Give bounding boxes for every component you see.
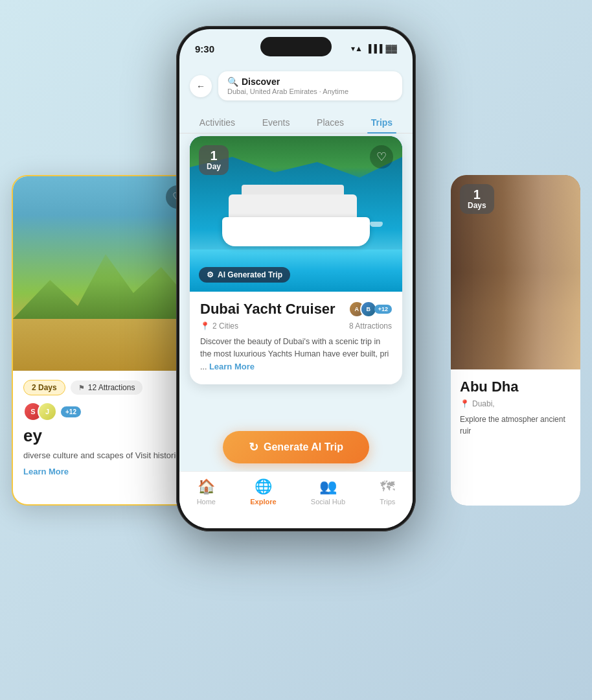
search-label: 🔍 Discover	[227, 76, 393, 87]
status-time: 9:30	[195, 43, 214, 54]
card-left: ♡ y Experts K M A 2 Days 12 Attractions …	[12, 175, 199, 506]
card-right: 1 Days Abu Dha 📍 Duabi, Explore the atmo…	[451, 175, 580, 506]
card-left-attractions-tag: 12 Attractions	[71, 380, 143, 395]
search-box[interactable]: 🔍 Discover Dubai, United Arab Emirates ·…	[218, 71, 402, 100]
tab-places[interactable]: Places	[313, 112, 348, 133]
card-left-title: ey	[23, 426, 188, 445]
explore-icon: 🌐	[255, 478, 272, 495]
phone-card-description: Discover the beauty of Dubai's with a sc…	[200, 336, 392, 373]
tab-trips[interactable]: Trips	[367, 112, 396, 133]
phone-frame: 9:30 ▾▲ ▐▐▐ ▓▓ ← 🔍 Discover Dubai, Unite…	[176, 26, 416, 531]
card-right-day-label: Days	[468, 201, 486, 210]
meta-attractions: 8 Attractions	[349, 321, 392, 331]
day-badge: 1 Day	[199, 145, 229, 175]
day-label: Day	[207, 162, 221, 171]
dynamic-island	[260, 37, 332, 56]
phone-learn-more[interactable]: Learn More	[209, 362, 255, 371]
ai-icon: ⚙	[207, 270, 214, 279]
card-left-learn-more[interactable]: Learn More	[23, 467, 69, 476]
card-right-body: Abu Dha 📍 Duabi, Explore the atmospher a…	[451, 369, 580, 446]
card-left-experts-label: y Experts	[22, 347, 62, 358]
search-area: ← 🔍 Discover Dubai, United Arab Emirates…	[179, 65, 413, 107]
tab-activities[interactable]: Activities	[196, 112, 239, 133]
nav-tabs: Activities Events Places Trips	[179, 112, 413, 134]
card-left-avatar-row: S J +12	[23, 402, 188, 421]
card-right-description: Explore the atmospher ancient ruir	[460, 414, 571, 437]
search-icon: 🔍	[227, 76, 238, 87]
generate-ai-trip-button[interactable]: ↻ Generate AI Trip	[223, 431, 369, 463]
card-left-image: ♡ y Experts K M A	[13, 176, 198, 371]
card-right-location-icon: 📍	[460, 399, 470, 408]
boat-body	[222, 217, 370, 246]
card-left-experts-row: y Experts K M A	[22, 344, 109, 362]
bottom-avatar-2: J	[38, 402, 57, 421]
boat-upper	[229, 194, 357, 220]
trips-icon: 🗺	[380, 478, 394, 495]
phone-card-image: 1 Day ♡ ⚙ AI Generated Trip	[190, 136, 402, 292]
card-left-plus-badge: +12	[61, 406, 81, 417]
social-icon: 👥	[319, 478, 337, 495]
tab-events[interactable]: Events	[258, 112, 294, 133]
card-right-meta: 📍 Duabi,	[460, 399, 571, 408]
search-subtitle: Dubai, United Arab Emirates · Anytime	[227, 88, 393, 95]
generate-icon: ↻	[249, 440, 258, 454]
nav-home[interactable]: 🏠 Home	[197, 478, 216, 506]
phone-plus-badge: +12	[374, 305, 392, 314]
wifi-icon: ▾▲	[351, 44, 363, 53]
phone-avatar-stack: A B +12	[348, 301, 392, 318]
avatar-1: K	[65, 344, 83, 362]
avatar-3: A	[91, 344, 109, 362]
avatar-2: M	[78, 344, 96, 362]
ai-badge: ⚙ AI Generated Trip	[199, 267, 290, 283]
location-icon: 📍	[200, 321, 210, 331]
card-left-tags-row: 2 Days 12 Attractions	[23, 380, 188, 395]
phone-card-body: Dubai Yacht Cruiser A B +12 📍 2 Cities 8…	[190, 292, 402, 384]
back-button[interactable]: ←	[190, 75, 212, 97]
card-right-day-number: 1	[468, 188, 486, 201]
card-left-avatar-stack: K M A	[65, 344, 109, 362]
scene: ♡ y Experts K M A 2 Days 12 Attractions …	[0, 0, 592, 700]
phone-card-title: Dubai Yacht Cruiser	[200, 301, 336, 318]
phone-card-title-row: Dubai Yacht Cruiser A B +12	[200, 301, 392, 318]
card-right-title: Abu Dha	[460, 379, 571, 395]
card-left-body: 2 Days 12 Attractions S J +12 ey diverse…	[13, 371, 198, 486]
signal-icon: ▐▐▐	[366, 44, 383, 53]
nav-explore[interactable]: 🌐 Explore	[250, 478, 276, 506]
bottom-nav: 🏠 Home 🌐 Explore 👥 Social Hub 🗺 Trips	[179, 471, 413, 528]
phone-main-card: 1 Day ♡ ⚙ AI Generated Trip Dubai Yacht …	[190, 136, 402, 384]
status-icons: ▾▲ ▐▐▐ ▓▓	[351, 44, 397, 53]
yacht-boat	[209, 175, 383, 253]
phone-inner: 9:30 ▾▲ ▐▐▐ ▓▓ ← 🔍 Discover Dubai, Unite…	[179, 29, 413, 528]
phone-card-meta: 📍 2 Cities 8 Attractions	[200, 321, 392, 331]
nav-social-hub[interactable]: 👥 Social Hub	[311, 478, 345, 506]
day-number: 1	[207, 149, 221, 162]
card-left-bottom-avatars: S J	[23, 402, 57, 421]
card-left-days-tag: 2 Days	[23, 380, 65, 395]
mini-boat-2	[354, 217, 363, 220]
mini-boat-1	[370, 222, 383, 227]
nav-trips-label: Trips	[380, 498, 395, 506]
card-right-image: 1 Days	[451, 175, 580, 369]
card-left-description: diverse culture and scapes of Visit hist…	[23, 449, 188, 462]
nav-trips[interactable]: 🗺 Trips	[380, 478, 395, 506]
home-icon: 🏠	[198, 478, 215, 495]
nav-home-label: Home	[197, 498, 216, 506]
battery-icon: ▓▓	[386, 44, 398, 53]
nav-social-label: Social Hub	[311, 498, 345, 506]
phone-favorite-button[interactable]: ♡	[370, 145, 393, 169]
meta-cities: 📍 2 Cities	[200, 321, 238, 331]
generate-btn-label: Generate AI Trip	[264, 441, 343, 453]
nav-explore-label: Explore	[250, 498, 276, 506]
card-right-day-badge: 1 Days	[460, 184, 494, 214]
